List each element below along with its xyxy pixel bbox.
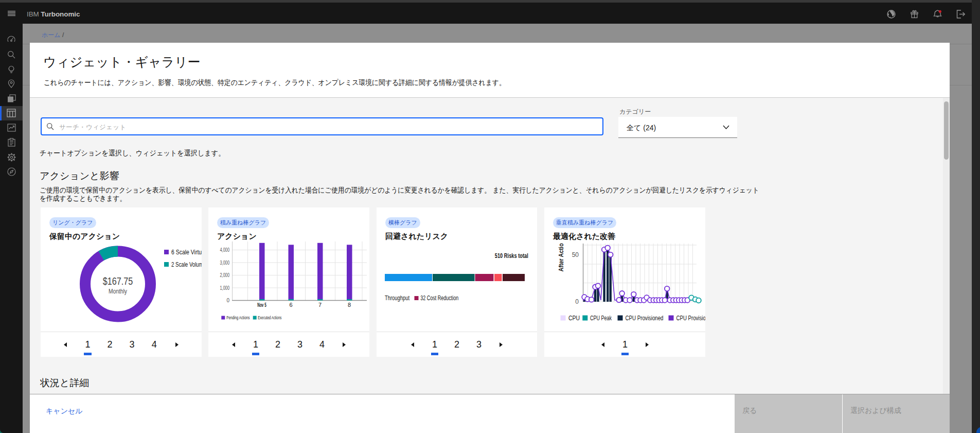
svg-text:8: 8 [348, 302, 351, 308]
svg-text:50: 50 [572, 251, 579, 258]
svg-text:2,000: 2,000 [220, 272, 230, 278]
svg-text:Nov 5: Nov 5 [257, 302, 266, 308]
svg-text:510 Risks total: 510 Risks total [495, 252, 528, 259]
svg-text:7: 7 [318, 302, 322, 308]
svg-text:6 Scale Virtual Machines: 6 Scale Virtual Machines [171, 249, 202, 256]
svg-text:CPU Provisioned: CPU Provisioned [626, 315, 664, 322]
svg-text:4,000: 4,000 [220, 247, 230, 253]
svg-text:CPU Peak: CPU Peak [590, 315, 612, 322]
svg-text:After Actio: After Actio [557, 243, 565, 271]
svg-text:Pending Actions: Pending Actions [226, 315, 250, 320]
svg-text:0: 0 [226, 298, 229, 303]
svg-text:2 Scale Volumes: 2 Scale Volumes [171, 261, 202, 268]
svg-text:Executed Actions: Executed Actions [258, 315, 281, 320]
svg-text:0: 0 [575, 298, 579, 305]
svg-text:6: 6 [289, 302, 292, 308]
svg-text:Monthly: Monthly [109, 287, 127, 295]
svg-text:$167.75: $167.75 [103, 275, 133, 287]
svg-text:1,000: 1,000 [220, 285, 230, 291]
svg-text:CPU Provisioned Peak: CPU Provisioned Peak [676, 315, 706, 322]
svg-text:3,000: 3,000 [220, 260, 230, 266]
svg-text:Throughput: Throughput [385, 294, 409, 302]
svg-text:CPU: CPU [568, 315, 580, 322]
svg-text:32 Cost Reduction: 32 Cost Reduction [420, 294, 458, 302]
